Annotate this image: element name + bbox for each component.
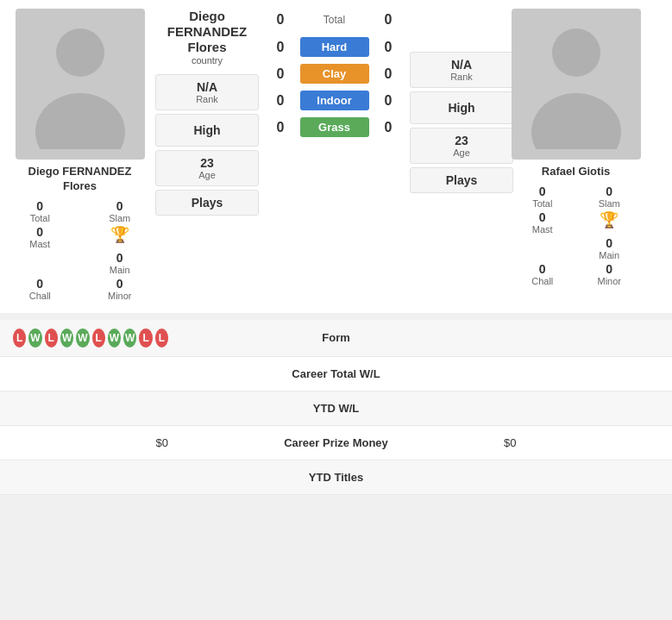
left-trophy-icon-cell: 🏆	[85, 225, 156, 249]
left-country: country	[155, 55, 259, 66]
left-plays-box: Plays	[155, 190, 259, 216]
ytd-wl-label: YTD W/L	[185, 402, 487, 415]
right-slam-stat: 0 Slam	[581, 185, 639, 209]
left-high-box: High	[155, 114, 259, 147]
svg-point-1	[35, 93, 125, 149]
right-chall-stat: 0 Chall	[513, 262, 572, 286]
form-badge-w: W	[60, 329, 73, 348]
right-trophy-icon-cell: 🏆	[581, 210, 639, 235]
score-total-row: 0 Total 0	[259, 9, 410, 31]
left-minor-stat: 0 Minor	[85, 277, 156, 301]
surface-indoor-btn[interactable]: Indoor	[300, 91, 369, 110]
surface-clay-btn[interactable]: Clay	[300, 64, 369, 84]
form-badge-l: L	[139, 329, 152, 348]
career-wl-row: Career Total W/L	[0, 357, 672, 391]
left-trophy-icon: 🏆	[110, 225, 129, 244]
svg-point-0	[56, 28, 104, 77]
right-mast-stat: 0 Mast	[513, 210, 572, 235]
form-badge-w: W	[108, 329, 121, 348]
surface-hard-btn[interactable]: Hard	[300, 37, 369, 57]
left-player-avatar	[16, 9, 145, 160]
right-plays-box: Plays	[410, 167, 513, 193]
form-badge-l: L	[92, 329, 105, 348]
right-player-name: Rafael Giotis	[542, 165, 610, 179]
score-column: 0 Total 0 0 Hard 0 0 Clay 0 0 Indoor 0 0	[259, 9, 410, 141]
right-main-stat: 0 Main	[581, 236, 639, 260]
form-badge-w: W	[76, 329, 89, 348]
left-stats-grid: 0 Total 0 Slam 0 Mast 🏆 0 Main	[4, 199, 155, 301]
surface-hard-row: 0 Hard 0	[259, 34, 410, 59]
main-container: Diego FERNANDEZ Flores 0 Total 0 Slam 0 …	[0, 0, 672, 495]
left-total-stat: 0 Total	[4, 199, 76, 223]
svg-point-3	[531, 93, 621, 149]
left-age-box: 23 Age	[155, 150, 259, 186]
surface-clay-row: 0 Clay 0	[259, 61, 410, 86]
left-slam-stat: 0 Slam	[85, 199, 156, 223]
left-prize: $0	[13, 436, 185, 449]
left-mast-stat: 0 Mast	[4, 225, 76, 249]
right-high-box: High	[410, 91, 513, 124]
form-badge-w: W	[28, 329, 41, 348]
bottom-stats-section: LWLWWLWWLL Form Career Total W/L YTD W/L…	[0, 320, 672, 495]
surface-grass-row: 0 Grass 0	[259, 115, 410, 140]
form-badge-l: L	[45, 329, 58, 348]
ytd-titles-row: YTD Titles	[0, 460, 672, 495]
left-player-card: Diego FERNANDEZ Flores 0 Total 0 Slam 0 …	[4, 9, 155, 304]
form-badge-l: L	[155, 329, 168, 348]
right-stats-grid: 0 Total 0 Slam 0 Mast 🏆 0 Main	[513, 185, 638, 286]
left-player-name: Diego FERNANDEZ Flores	[28, 165, 132, 194]
right-minor-stat: 0 Minor	[581, 262, 639, 286]
form-row: LWLWWLWWLL Form	[0, 320, 672, 357]
svg-point-2	[552, 28, 600, 77]
form-badge-l: L	[13, 329, 26, 348]
left-rank-box: N/A Rank	[155, 74, 259, 110]
surface-indoor-row: 0 Indoor 0	[259, 88, 410, 113]
right-total-stat: 0 Total	[513, 185, 572, 209]
ytd-wl-row: YTD W/L	[0, 391, 672, 426]
comparison-wrapper: Diego FERNANDEZ Flores 0 Total 0 Slam 0 …	[0, 0, 672, 313]
prize-row: $0 Career Prize Money $0	[0, 426, 672, 460]
right-rank-box: N/A Rank	[410, 52, 513, 88]
right-player-avatar	[512, 9, 641, 160]
right-prize: $0	[487, 436, 659, 449]
career-wl-label: Career Total W/L	[185, 367, 487, 380]
form-label: Form	[185, 331, 487, 344]
form-badge-w: W	[123, 329, 136, 348]
right-trophy-icon: 🏆	[600, 210, 619, 229]
left-middle-panel: DiegoFERNANDEZFlores country N/A Rank Hi…	[155, 9, 259, 217]
left-name-block: DiegoFERNANDEZFlores country	[155, 9, 259, 69]
right-middle-panel: N/A Rank High 23 Age Plays	[410, 9, 513, 195]
surface-grass-btn[interactable]: Grass	[300, 117, 369, 137]
left-chall-stat: 0 Chall	[4, 277, 76, 301]
right-age-box: 23 Age	[410, 128, 513, 164]
ytd-titles-label: YTD Titles	[185, 471, 487, 484]
left-main-stat: 0 Main	[85, 251, 156, 275]
right-player-card: Rafael Giotis 0 Total 0 Slam 0 Mast 🏆	[513, 9, 638, 290]
prize-label: Career Prize Money	[185, 436, 487, 449]
form-badges-left: LWLWWLWWLL	[13, 329, 185, 348]
